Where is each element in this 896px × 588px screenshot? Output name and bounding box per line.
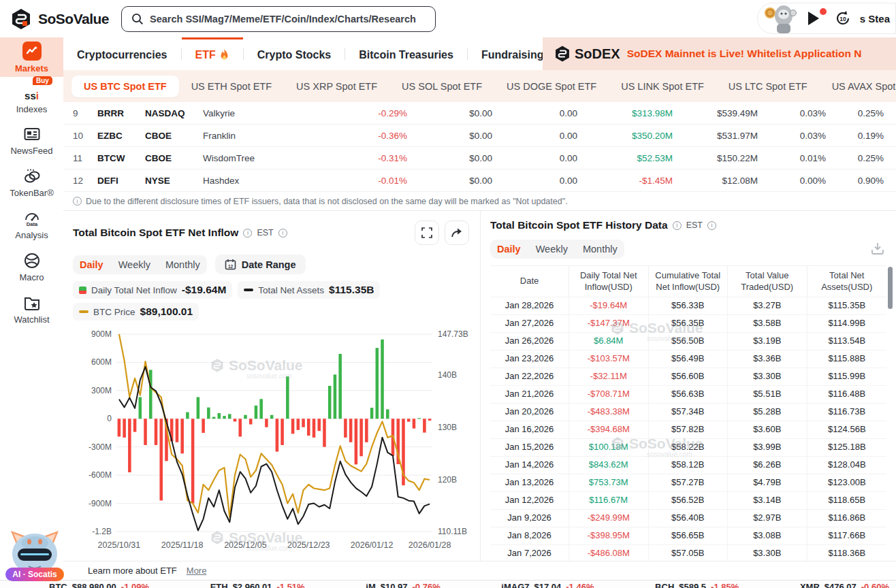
- net-inflow-chart[interactable]: 900M600M300M0-300M-600M-900M-1.2B147.73B…: [73, 325, 473, 553]
- share-button[interactable]: [445, 220, 469, 245]
- subtab-us-doge-spot-etf[interactable]: US DOGE Spot ETF: [494, 76, 609, 97]
- chart-period-monthly[interactable]: Monthly: [165, 259, 200, 270]
- history-table-row[interactable]: Jan 22,2026-$32.11M$56.60B$3.30B$115.99B: [490, 368, 886, 385]
- subtab-us-btc-spot-etf[interactable]: US BTC Spot ETF: [71, 76, 179, 97]
- history-cell: $57.34B: [649, 404, 729, 421]
- info-icon[interactable]: i: [707, 221, 716, 230]
- replay-10-button[interactable]: 10: [834, 10, 852, 27]
- etf-cell: 0.00: [492, 176, 577, 186]
- more-link[interactable]: More: [187, 566, 207, 576]
- subtab-us-sol-spot-etf[interactable]: US SOL Spot ETF: [389, 76, 494, 97]
- history-table-row[interactable]: Jan 26,2026$6.84M$56.50B$3.19B$113.54B: [490, 332, 886, 350]
- history-period-monthly[interactable]: Monthly: [583, 244, 618, 255]
- ticker-symbol: iMAG7: [501, 582, 529, 588]
- inflow-bar: [128, 419, 131, 472]
- sidebar-item-indexes[interactable]: ssiBuyIndexes: [0, 77, 63, 119]
- ticker-item-btc[interactable]: BTC$88,980.00-1.09%: [49, 582, 149, 588]
- history-cell: $128.04B: [807, 457, 887, 474]
- history-table-row[interactable]: Jan 7,2026-$486.08M$57.05B$3.30B$118.36B: [490, 544, 886, 562]
- history-column-header: Total NetAssets(USD): [807, 266, 887, 297]
- sodex-banner[interactable]: SoDEX SoDEX Mainnet is Live! Whitelist A…: [543, 37, 896, 70]
- etf-list-table: 9BRRRNASDAQValkyrie-0.29%$0.000.00$313.9…: [63, 102, 896, 192]
- chart-period-weekly[interactable]: Weekly: [118, 259, 150, 270]
- history-table-row[interactable]: Jan 16,2026-$394.68M$57.82B$3.60B$124.56…: [490, 421, 886, 438]
- replay-count: 10: [839, 16, 846, 22]
- subtab-us-ltc-spot-etf[interactable]: US LTC Spot ETF: [716, 76, 820, 97]
- history-period-weekly[interactable]: Weekly: [536, 244, 568, 255]
- history-cell: $125.18B: [807, 439, 887, 456]
- sidebar-item-label: Markets: [15, 63, 48, 74]
- sidebar-item-markets[interactable]: Markets: [0, 37, 63, 77]
- inflow-bar: [244, 415, 247, 419]
- info-icon[interactable]: i: [243, 229, 252, 238]
- info-icon[interactable]: i: [278, 229, 287, 238]
- history-table-row[interactable]: Jan 27,2026-$147.37M$56.35B$3.58B$114.99…: [490, 314, 886, 332]
- sidebar-item-macro[interactable]: Macro: [0, 246, 63, 288]
- chart-period-daily[interactable]: Daily: [80, 259, 103, 270]
- ticker-item-im[interactable]: iM$10.97-0.76%: [366, 582, 440, 588]
- history-cell: $124.56B: [807, 421, 887, 438]
- inflow-bar: [133, 419, 137, 431]
- history-table-body: Jan 28,2026-$19.64M$56.33B$3.27B$115.35B…: [490, 297, 886, 562]
- history-table-row[interactable]: Jan 8,2026-$398.95M$56.65B$3.08B$117.66B: [490, 527, 886, 544]
- history-period-daily[interactable]: Daily: [497, 244, 521, 255]
- subtab-label: US LINK Spot ETF: [621, 81, 704, 92]
- etf-cell: 0.00: [492, 131, 577, 141]
- subtab-us-xrp-spot-etf[interactable]: US XRP Spot ETF: [284, 76, 389, 97]
- etf-table-row[interactable]: 11BTCWCBOEWisdomTree-0.31%$0.000.00$52.5…: [63, 147, 896, 169]
- legend-btc-price[interactable]: BTC Price $89,100.01: [73, 303, 199, 321]
- svg-text:300M: 300M: [91, 386, 112, 395]
- tab-crypto-stocks[interactable]: Crypto Stocks: [244, 37, 345, 70]
- ai-assistant-widget[interactable]: AI · Socatis: [3, 527, 67, 581]
- subtab-us-avax-spot-etf[interactable]: US AVAX Spot ETFNew: [820, 76, 896, 97]
- etf-table-row[interactable]: 10EZBCCBOEFranklin-0.36%$0.000.00$350.20…: [63, 125, 896, 147]
- legend-total-net-assets[interactable]: Total Net Assets $115.35B: [238, 281, 380, 299]
- info-icon[interactable]: i: [673, 221, 682, 230]
- legend-daily-total-net-inflow[interactable]: Daily Total Net Inflow -$19.64M: [73, 281, 232, 299]
- inflow-bar: [413, 419, 416, 428]
- svg-text:130B: 130B: [438, 423, 457, 432]
- history-table-row[interactable]: Jan 9,2026-$249.99M$56.40B$2.97B$116.86B: [490, 509, 886, 527]
- legend-label: Total Net Assets: [258, 285, 324, 295]
- date-range-button[interactable]: 12 Date Range: [215, 255, 306, 274]
- fullscreen-button[interactable]: [415, 220, 439, 245]
- scrollbar-thumb[interactable]: [888, 267, 893, 309]
- tab-label: Cryptocurrencies: [77, 49, 167, 61]
- etf-table-row[interactable]: 9BRRRNASDAQValkyrie-0.29%$0.000.00$313.9…: [63, 102, 896, 125]
- history-table-row[interactable]: Jan 12,2026$116.67M$56.52B$3.14B$118.65B: [490, 491, 886, 509]
- subtab-us-link-spot-etf[interactable]: US LINK Spot ETF: [609, 76, 716, 97]
- history-table-row[interactable]: Jan 13,2026$753.73M$57.27B$4.79B$123.00B: [490, 474, 886, 491]
- tab-label: Crypto Stocks: [257, 49, 331, 61]
- history-table-row[interactable]: Jan 14,2026$843.62M$58.12B$6.26B$128.04B: [490, 456, 886, 474]
- tab-etf[interactable]: ETF: [182, 37, 243, 70]
- history-table-row[interactable]: Jan 21,2026-$708.71M$56.63B$5.51B$116.48…: [490, 385, 886, 403]
- history-table-row[interactable]: Jan 15,2026$100.18M$58.22B$3.99B$125.18B: [490, 438, 886, 456]
- history-table-row[interactable]: Jan 23,2026-$103.57M$56.49B$3.36B$115.88…: [490, 350, 886, 368]
- tab-cryptocurrencies[interactable]: Cryptocurrencies: [63, 37, 181, 70]
- ticker-item-bch[interactable]: BCH$589.5-1.85%: [655, 582, 739, 588]
- subtab-us-eth-spot-etf[interactable]: US ETH Spot ETF: [179, 76, 284, 97]
- header-ticker-text[interactable]: s Stea: [860, 13, 890, 24]
- inflow-bar: [365, 419, 368, 442]
- ticker-item-eth[interactable]: ETH$2,960.01-1.51%: [210, 582, 305, 588]
- history-table-row[interactable]: Jan 28,2026-$19.64M$56.33B$3.27B$115.35B: [490, 297, 886, 314]
- buy-badge[interactable]: Buy: [33, 76, 52, 85]
- history-cell: Jan 9,2026: [490, 510, 569, 527]
- sidebar-item-watchlist[interactable]: Watchlist: [0, 288, 63, 330]
- history-table-row[interactable]: Jan 20,2026-$483.38M$57.34B$5.28B$116.73…: [490, 403, 886, 421]
- download-button[interactable]: [870, 241, 886, 257]
- subtab-label: US LTC Spot ETF: [729, 81, 807, 92]
- etf-cell: BRRR: [97, 108, 145, 118]
- play-button[interactable]: [808, 10, 826, 27]
- search-input[interactable]: Search SSI/Mag7/Meme/ETF/Coin/Index/Char…: [121, 6, 436, 32]
- tab-bitcoin-treasuries[interactable]: Bitcoin Treasuries: [345, 37, 467, 70]
- brand-logo[interactable]: SoSoValue: [0, 7, 121, 31]
- svg-text:Data: Data: [26, 220, 37, 227]
- ticker-item-xmr[interactable]: XMR$476.07-0.60%: [800, 582, 889, 588]
- sidebar-item-newsfeed[interactable]: NewsFeed: [0, 119, 63, 161]
- sidebar-item-tokenbar[interactable]: TokenBar®: [0, 161, 63, 203]
- etf-table-row[interactable]: 12DEFINYSEHashdex-0.01%$0.000.00-$1.45M$…: [63, 169, 896, 192]
- sidebar-item-analysis[interactable]: DataAnalysis: [0, 203, 63, 246]
- ticker-price: $88,980.00: [72, 582, 116, 588]
- ticker-item-imag7[interactable]: iMAG7$17.04-1.46%: [501, 582, 594, 588]
